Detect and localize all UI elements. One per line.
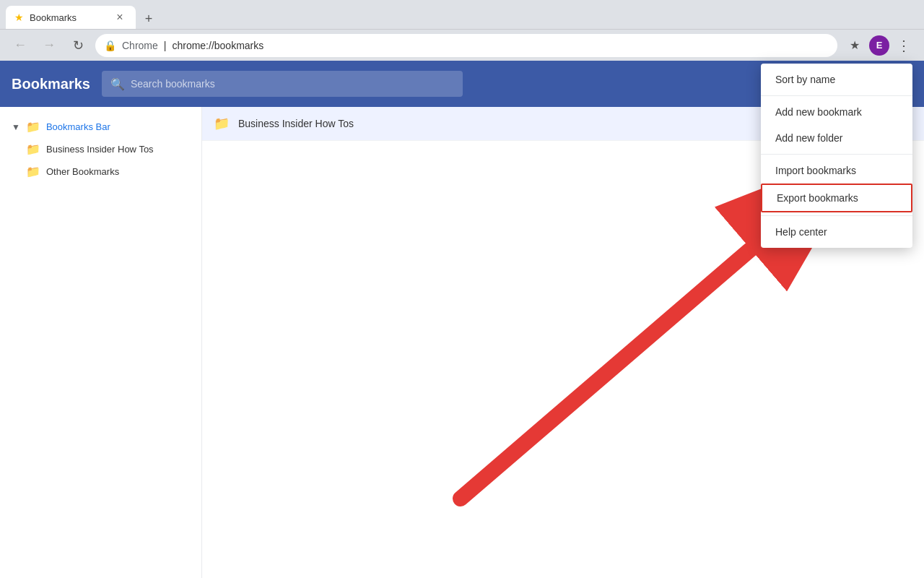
sidebar-bookmarks-bar-label: Bookmarks Bar <box>46 121 110 132</box>
dropdown-import[interactable]: Import bookmarks <box>761 158 912 184</box>
row-bookmark-title: Business Insider How Tos <box>238 118 354 129</box>
menu-dots-icon: ⋮ <box>897 37 911 54</box>
lock-icon: 🔒 <box>104 40 116 51</box>
address-bar: ← → ↻ 🔒 Chrome | chrome://bookmarks ★ E … <box>0 29 924 61</box>
active-tab[interactable]: ★ Bookmarks × <box>6 6 136 29</box>
sidebar: ▼ 📁 Bookmarks Bar 📁 Business Insider How… <box>0 107 202 578</box>
dropdown-divider-1 <box>761 95 912 96</box>
search-icon: 🔍 <box>110 77 125 91</box>
dropdown-menu: Sort by name Add new bookmark Add new fo… <box>761 64 912 248</box>
search-input[interactable] <box>131 78 454 90</box>
tab-title: Bookmarks <box>30 12 107 23</box>
sidebar-item-bookmarks-bar[interactable]: ▼ 📁 Bookmarks Bar <box>0 116 201 138</box>
avatar[interactable]: E <box>869 35 889 56</box>
sidebar-business-insider-label: Business Insider How Tos <box>46 144 154 155</box>
row-folder-icon: 📁 <box>214 116 230 131</box>
url-separator: | <box>164 40 167 51</box>
other-bookmarks-folder-icon: 📁 <box>26 165 40 178</box>
subfolder-icon: 📁 <box>26 142 40 156</box>
address-bar-right: ★ E ⋮ <box>843 34 915 57</box>
sidebar-item-other-bookmarks[interactable]: 📁 Other Bookmarks <box>0 160 201 183</box>
tab-favicon: ★ <box>14 12 24 23</box>
folder-icon: 📁 <box>26 120 40 134</box>
back-button[interactable]: ← <box>9 34 32 57</box>
page-title: Bookmarks <box>12 76 90 92</box>
refresh-button[interactable]: ↻ <box>66 34 90 57</box>
search-bar[interactable]: 🔍 <box>102 71 463 97</box>
dropdown-sort-by-name[interactable]: Sort by name <box>761 66 912 92</box>
dropdown-divider-3 <box>761 215 912 216</box>
browser-chrome: ★ Bookmarks × + <box>0 0 924 29</box>
url-domain: Chrome <box>122 40 158 51</box>
tab-close-button[interactable]: × <box>113 10 127 25</box>
dropdown-add-folder[interactable]: Add new folder <box>761 125 912 151</box>
sidebar-other-bookmarks-label: Other Bookmarks <box>46 166 119 177</box>
sidebar-item-business-insider[interactable]: 📁 Business Insider How Tos <box>0 138 201 160</box>
chevron-down-icon: ▼ <box>12 122 20 132</box>
bookmark-star-button[interactable]: ★ <box>843 34 866 57</box>
url-text: chrome://bookmarks <box>172 40 263 51</box>
dropdown-add-bookmark[interactable]: Add new bookmark <box>761 99 912 125</box>
forward-button[interactable]: → <box>38 34 61 57</box>
dropdown-help[interactable]: Help center <box>761 219 912 245</box>
dropdown-export[interactable]: Export bookmarks <box>761 184 912 212</box>
dropdown-divider-2 <box>761 154 912 155</box>
chrome-menu-button[interactable]: ⋮ <box>892 34 915 57</box>
tab-bar: ★ Bookmarks × + <box>6 0 159 29</box>
new-tab-button[interactable]: + <box>139 9 159 29</box>
url-bar[interactable]: 🔒 Chrome | chrome://bookmarks <box>95 34 837 57</box>
